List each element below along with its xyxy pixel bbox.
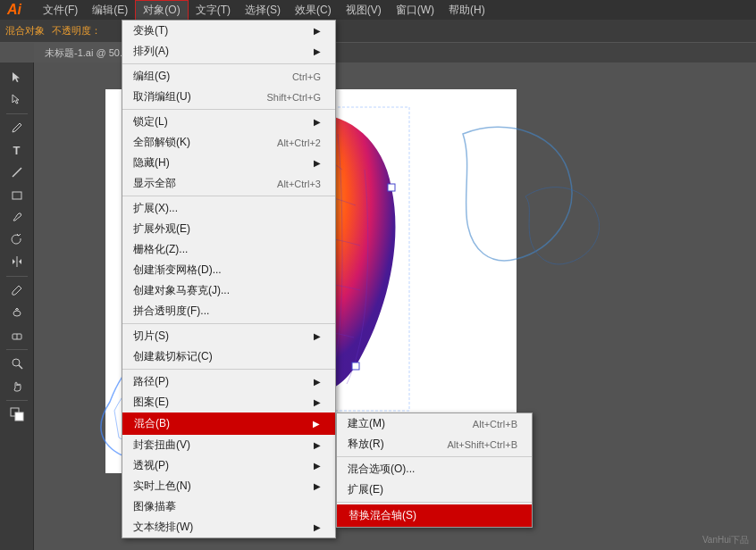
separator — [122, 109, 335, 110]
arrow-icon: ▶ — [314, 481, 321, 491]
menu-item-ungroup[interactable]: 取消编组(U) Shift+Ctrl+G — [122, 87, 335, 107]
arrow-icon: ▶ — [314, 26, 321, 36]
menu-item-arrange[interactable]: 排列(A) ▶ — [122, 41, 335, 62]
tool-direct-select[interactable] — [4, 88, 29, 110]
menu-select[interactable]: 选择(S) — [238, 1, 288, 20]
menu-item-envelope[interactable]: 封套扭曲(V) ▶ — [122, 435, 335, 455]
svg-line-7 — [19, 365, 22, 369]
menu-item-pattern[interactable]: 图案(E) ▶ — [122, 392, 335, 412]
left-toolbar: T — [0, 62, 34, 550]
tool-rotate[interactable] — [4, 229, 29, 250]
menu-item-trim-marks[interactable]: 创建裁切标记(C) — [122, 346, 335, 367]
menu-item-group[interactable]: 编组(G) Ctrl+G — [122, 66, 335, 87]
menu-item-gradient-mesh[interactable]: 创建渐变网格(D)... — [122, 260, 335, 280]
svg-rect-13 — [352, 362, 359, 370]
arrow-icon: ▶ — [314, 461, 321, 471]
menu-item-flatten-transparency[interactable]: 拼合透明度(F)... — [122, 301, 335, 321]
menu-item-hide[interactable]: 隐藏(H) ▶ — [122, 153, 335, 173]
menu-item-text-wrap[interactable]: 文本绕排(W) ▶ — [122, 517, 335, 538]
menu-item-object-mosaic[interactable]: 创建对象马赛克(J)... — [122, 280, 335, 301]
tool-pen[interactable] — [4, 117, 29, 138]
menu-item-transform[interactable]: 变换(T) ▶ — [122, 21, 335, 41]
control-bar: 混合对象 不透明度： — [0, 20, 756, 43]
menu-item-blend[interactable]: 混合(B) ▶ — [122, 412, 335, 435]
tool-pencil[interactable] — [4, 206, 29, 228]
menu-effect[interactable]: 效果(C) — [288, 1, 339, 20]
tool-select[interactable] — [4, 66, 29, 88]
menu-item-path[interactable]: 路径(P) ▶ — [122, 371, 335, 392]
menu-item-show-all[interactable]: 显示全部 Alt+Ctrl+3 — [122, 173, 335, 194]
arrow-icon: ▶ — [314, 117, 321, 127]
tool-rect[interactable] — [4, 184, 29, 205]
menu-text[interactable]: 文字(T) — [189, 1, 238, 20]
svg-point-3 — [13, 311, 21, 316]
tool-separator-4 — [6, 400, 28, 401]
submenu-item-expand[interactable]: 扩展(E) — [337, 479, 532, 500]
tool-eraser[interactable] — [4, 324, 29, 346]
menu-view[interactable]: 视图(V) — [339, 1, 389, 20]
tool-line[interactable] — [4, 162, 29, 183]
menu-object[interactable]: 对象(O) — [135, 0, 188, 21]
tool-fill[interactable] — [4, 404, 29, 425]
tool-reflect[interactable] — [4, 251, 29, 272]
menu-item-rasterize[interactable]: 栅格化(Z)... — [122, 239, 335, 260]
svg-rect-9 — [15, 412, 23, 421]
control-label-opacity: 不透明度： — [52, 24, 101, 38]
separator — [122, 323, 335, 324]
menu-item-live-paint[interactable]: 实时上色(N) ▶ — [122, 476, 335, 496]
arrow-icon: ▶ — [314, 331, 321, 341]
menu-item-expand-appearance[interactable]: 扩展外观(E) — [122, 219, 335, 239]
menu-file[interactable]: 文件(F) — [36, 1, 85, 20]
watermark: VanHui下品 — [702, 534, 749, 546]
arrow-icon: ▶ — [313, 419, 320, 429]
arrow-icon: ▶ — [314, 377, 321, 387]
tool-zoom[interactable] — [4, 353, 29, 374]
separator — [122, 63, 335, 64]
menu-item-perspective[interactable]: 透视(P) ▶ — [122, 455, 335, 476]
separator — [337, 456, 532, 457]
tool-separator-2 — [6, 276, 28, 277]
tool-separator-3 — [6, 349, 28, 350]
svg-rect-12 — [388, 184, 395, 191]
menu-window[interactable]: 窗口(W) — [389, 1, 441, 20]
svg-point-6 — [13, 359, 20, 366]
tab-label: 未标题-1.ai @ 50... — [45, 46, 128, 60]
submenu-item-release[interactable]: 释放(R) Alt+Shift+Ctrl+B — [337, 434, 532, 454]
tool-separator-1 — [6, 113, 28, 114]
menu-edit[interactable]: 编辑(E) — [85, 1, 135, 20]
tool-paintbrush[interactable] — [4, 279, 29, 301]
arrow-icon: ▶ — [314, 397, 321, 407]
separator — [122, 369, 335, 370]
tool-blob-brush[interactable] — [4, 302, 29, 323]
svg-rect-1 — [13, 192, 21, 199]
menu-item-expand[interactable]: 扩展(X)... — [122, 198, 335, 219]
tool-type[interactable]: T — [4, 139, 29, 161]
separator — [122, 196, 335, 196]
submenu-item-make[interactable]: 建立(M) Alt+Ctrl+B — [337, 413, 532, 434]
arrow-icon: ▶ — [314, 522, 321, 532]
menu-item-unlock-all[interactable]: 全部解锁(K) Alt+Ctrl+2 — [122, 132, 335, 153]
submenu-item-blend-options[interactable]: 混合选项(O)... — [337, 459, 532, 479]
menu-help[interactable]: 帮助(H) — [441, 1, 492, 20]
menu-item-image-trace[interactable]: 图像描摹 — [122, 496, 335, 517]
arrow-icon: ▶ — [314, 46, 321, 56]
control-label-blend: 混合对象 — [5, 24, 45, 38]
tool-hand[interactable] — [4, 375, 29, 396]
dropdown-menu-object: 变换(T) ▶ 排列(A) ▶ 编组(G) Ctrl+G 取消编组(U) Shi… — [122, 20, 336, 538]
menu-item-slice[interactable]: 切片(S) ▶ — [122, 326, 335, 346]
svg-line-0 — [13, 168, 21, 177]
menu-item-lock[interactable]: 锁定(L) ▶ — [122, 112, 335, 132]
arrow-icon: ▶ — [314, 440, 321, 450]
arrow-icon: ▶ — [314, 158, 321, 168]
menu-bar: Ai 文件(F) 编辑(E) 对象(O) 文字(T) 选择(S) 效果(C) 视… — [0, 0, 756, 20]
app-logo: Ai — [4, 2, 25, 18]
submenu-blend: 建立(M) Alt+Ctrl+B 释放(R) Alt+Shift+Ctrl+B … — [336, 412, 533, 528]
separator — [337, 502, 532, 503]
submenu-item-replace-spine[interactable]: 替换混合轴(S) — [337, 504, 532, 527]
